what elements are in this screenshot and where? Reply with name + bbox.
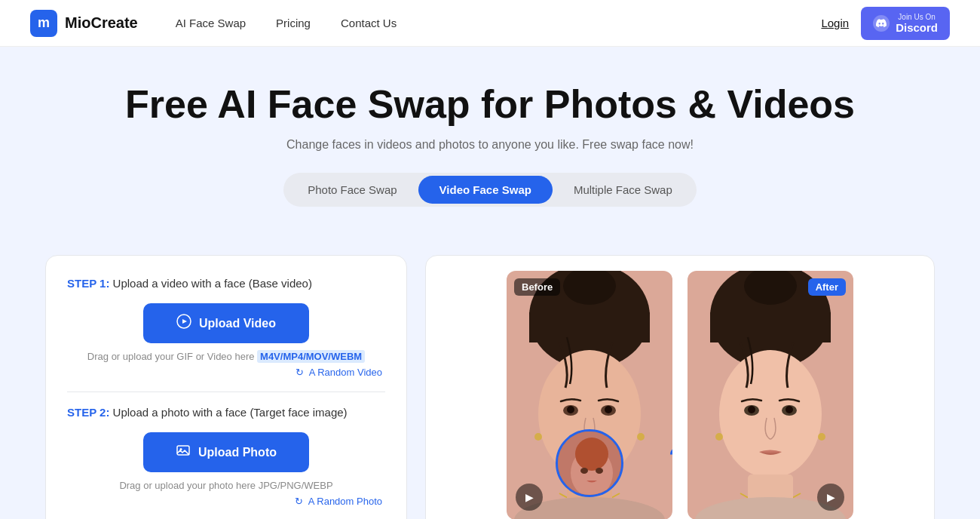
svg-point-14 (637, 433, 645, 441)
nav-contact-us[interactable]: Contact Us (341, 17, 397, 29)
after-badge: After (808, 278, 846, 296)
tab-group: Photo Face Swap Video Face Swap Multiple… (283, 173, 697, 207)
svg-point-30 (786, 406, 793, 413)
svg-rect-6 (529, 312, 650, 342)
drag-video-text: Drag or upload your GIF or Video here M4… (67, 351, 385, 362)
hero-subtitle: Change faces in videos and photos to any… (30, 138, 950, 152)
main-content: STEP 1: Upload a video with a face (Base… (0, 255, 980, 519)
upload-photo-button[interactable]: Upload Photo (143, 432, 309, 472)
hero-title: Free AI Face Swap for Photos & Videos (30, 83, 950, 126)
step1-label: STEP 1: Upload a video with a face (Base… (67, 277, 385, 290)
preview-panel: Before (425, 255, 935, 519)
image-icon (176, 443, 191, 462)
nav-right: Login Join Us On Discord (821, 7, 950, 40)
login-link[interactable]: Login (821, 17, 849, 29)
svg-point-31 (715, 433, 723, 441)
random-video-link[interactable]: ↻ A Random Video (67, 367, 385, 378)
play-button-before[interactable]: ▶ (516, 484, 543, 511)
svg-marker-1 (182, 319, 187, 324)
svg-point-21 (596, 468, 603, 474)
before-image-container: Before (507, 271, 672, 519)
nav-pricing[interactable]: Pricing (276, 17, 311, 29)
refresh-icon: ↻ (296, 367, 304, 378)
after-face-svg (688, 271, 853, 519)
hero-section: Free AI Face Swap for Photos & Videos Ch… (0, 47, 980, 255)
step2-label: STEP 2: Upload a photo with a face (Targ… (67, 406, 385, 419)
logo-icon: m (30, 10, 57, 37)
svg-point-19 (575, 438, 608, 471)
upload-panel: STEP 1: Upload a video with a face (Base… (45, 255, 407, 519)
after-image-container: After (688, 271, 853, 519)
svg-point-11 (567, 406, 574, 413)
discord-text: Join Us On Discord (896, 13, 938, 34)
navbar: m MioCreate AI Face Swap Pricing Contact… (0, 0, 980, 47)
logo[interactable]: m MioCreate (30, 10, 138, 37)
svg-point-13 (534, 433, 542, 441)
tab-photo-face-swap[interactable]: Photo Face Swap (286, 176, 418, 204)
before-badge: Before (514, 278, 560, 296)
svg-point-29 (748, 406, 755, 413)
divider-1 (67, 392, 385, 392)
svg-point-12 (605, 406, 612, 413)
upload-video-button[interactable]: Upload Video (143, 303, 309, 343)
tab-multiple-face-swap[interactable]: Multiple Face Swap (553, 176, 694, 204)
play-circle-icon (176, 314, 191, 333)
play-button-after[interactable]: ▶ (817, 484, 844, 511)
swap-arrow-icon: ↷ (669, 444, 672, 467)
random-photo-link[interactable]: ↻ A Random Photo (67, 496, 385, 507)
svg-point-20 (580, 468, 588, 474)
before-after-images: Before (507, 271, 853, 519)
nav-links: AI Face Swap Pricing Contact Us (176, 17, 822, 29)
thumbnail-circle (556, 429, 623, 497)
refresh-icon-2: ↻ (295, 496, 303, 507)
tab-video-face-swap[interactable]: Video Face Swap (418, 176, 553, 204)
drag-photo-text: Drag or upload your photo here JPG/PNG/W… (67, 480, 385, 491)
svg-point-26 (719, 350, 822, 478)
nav-ai-face-swap[interactable]: AI Face Swap (176, 17, 246, 29)
discord-button[interactable]: Join Us On Discord (861, 7, 950, 40)
discord-icon (873, 15, 890, 32)
logo-name: MioCreate (65, 14, 138, 32)
svg-rect-24 (710, 312, 831, 342)
svg-point-32 (818, 433, 825, 441)
